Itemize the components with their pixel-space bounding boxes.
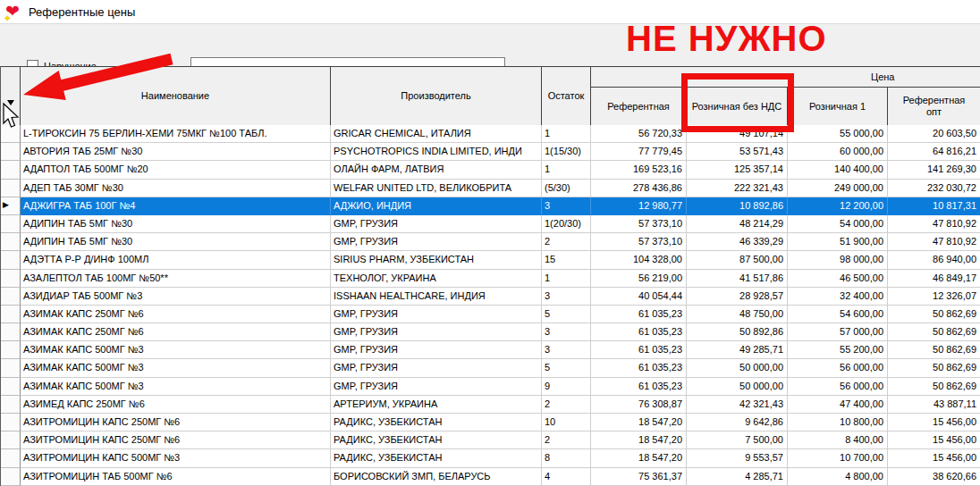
reference-opt-cell: 64 816,21 [888,143,980,161]
manufacturer-cell: WELFAR UNITED LTD, ВЕЛИКОБРИТА [331,180,542,197]
stock-cell: 5 [542,359,591,377]
table-row[interactable]: АЗИТРОМИЦИН КАПС 250МГ №6РАДИКС, УЗБЕКИС… [1,432,980,449]
retail1-cell: 55 000,00 [788,125,888,143]
table-row[interactable]: АЗИМАК КАПС 500МГ №3GMP, ГРУЗИЯ361 035,2… [1,341,980,359]
reference-opt-cell: 38 620,66 [888,468,980,486]
red-highlight-box [681,73,794,132]
table-row[interactable]: АЗИТРОМИЦИН КАПС 500МГ №3РАДИКС, УЗБЕКИС… [1,449,980,467]
stock-cell: 2 [542,432,591,449]
retail-no-vat-cell: 10 892,86 [687,197,788,215]
column-header-manufacturer[interactable]: Производитель [331,67,542,126]
reference-opt-cell: 50 862,69 [888,341,980,359]
retail1-cell: 98 000,00 [788,251,888,269]
manufacturer-cell: GMP, ГРУЗИЯ [331,215,542,233]
stock-cell: 1 [542,270,591,288]
row-indicator [1,414,21,432]
reference-price-cell: 169 523,16 [591,161,687,179]
column-header-reference[interactable]: Референтная [591,88,687,126]
retail-no-vat-cell: 9 642,86 [687,414,788,432]
table-row[interactable]: АДАПТОЛ ТАБ 500МГ №20ОЛАЙН ФАРМ, ЛАТВИЯ1… [1,161,980,179]
table-row[interactable]: АЗАЛЕПТОЛ ТАБ 100МГ №50**ТЕХНОЛОГ, УКРАИ… [1,270,980,288]
reference-price-cell: 40 054,44 [591,288,687,306]
column-header-retail1[interactable]: Розничная 1 [788,88,888,126]
row-indicator [1,143,21,161]
table-row[interactable]: АЗИДИАР ТАБ 500МГ №3ISSHAAN HEALTHCARE, … [1,288,980,306]
row-indicator [1,288,21,306]
app-window: ❤✦ Референтные цены Нарушение Наименован… [0,0,980,486]
stock-cell: 2 [542,233,591,251]
manufacturer-cell: АДЖИО, ИНДИЯ [331,197,542,215]
table-row[interactable]: АЗИМАК КАПС 500МГ №3GMP, ГРУЗИЯ961 035,2… [1,378,980,396]
column-header-stock[interactable]: Остаток [542,67,591,126]
name-cell: АЗИМАК КАПС 250МГ №6 [21,306,331,323]
table-row[interactable]: АВТОРИЯ ТАБ 25МГ №30PSYCHOTROPICS INDIA … [1,143,980,161]
row-indicator [1,449,21,467]
indicator-column-header[interactable] [1,67,21,126]
manufacturer-cell: GMP, ГРУЗИЯ [331,341,542,359]
reference-opt-cell: 15 456,00 [888,449,980,467]
manufacturer-cell: БОРИСОВСКИЙ ЗМП, БЕЛАРУСЬ [331,468,542,486]
table-row-selected[interactable]: ▶АДЖИГРА ТАБ 100Г №4АДЖИО, ИНДИЯ312 980,… [1,197,980,215]
table-row[interactable]: АЗИТРОМИЦИН ТАБ 500МГ №6БОРИСОВСКИЙ ЗМП,… [1,468,980,486]
table-row[interactable]: АДЕП ТАБ 30МГ №30WELFAR UNITED LTD, ВЕЛИ… [1,180,980,197]
reference-price-cell: 18 547,20 [591,432,687,449]
retail-no-vat-cell: 42 321,43 [687,396,788,414]
reference-price-cell: 61 035,23 [591,378,687,396]
reference-price-cell: 56 219,00 [591,270,687,288]
manufacturer-cell: GRICAR CHEMICAL, ИТАЛИЯ [331,125,542,143]
table-row[interactable]: АЗИТРОМИЦИН КАПС 250МГ №6РАДИКС, УЗБЕКИС… [1,414,980,432]
row-indicator [1,468,21,486]
reference-opt-cell: 15 456,00 [888,414,980,432]
manufacturer-cell: РАДИКС, УЗБЕКИСТАН [331,414,542,432]
stock-cell: 3 [542,323,591,341]
manufacturer-cell: ISSHAAN HEALTHCARE, ИНДИЯ [331,288,542,306]
name-cell: АЗИДИАР ТАБ 500МГ №3 [21,288,331,306]
retail-no-vat-cell: 50 000,00 [687,359,788,377]
reference-price-cell: 18 547,20 [591,414,687,432]
chevron-down-icon[interactable] [7,100,14,105]
reference-opt-cell: 141 269,30 [888,161,980,179]
retail-no-vat-cell: 41 517,86 [687,270,788,288]
retail-no-vat-cell: 48 750,00 [687,306,788,323]
name-cell: АЗИМАК КАПС 500МГ №3 [21,341,331,359]
manufacturer-cell: ОЛАЙН ФАРМ, ЛАТВИЯ [331,161,542,179]
row-indicator [1,270,21,288]
reference-opt-cell: 43 887,11 [888,396,980,414]
retail-no-vat-cell: 4 285,71 [687,468,788,486]
stock-cell: 10 [542,414,591,432]
table-row[interactable]: АЗИМАК КАПС 250МГ №6GMP, ГРУЗИЯ361 035,2… [1,323,980,341]
row-indicator [1,378,21,396]
manufacturer-cell: РАДИКС, УЗБЕКИСТАН [331,449,542,467]
retail-no-vat-cell: 28 928,57 [687,288,788,306]
table-row[interactable]: L-ТИРОКСИН 75 БЕРЛИН-ХЕМИ 75МКГ №100 ТАБ… [1,125,980,143]
retail1-cell: 51 900,00 [788,233,888,251]
reference-opt-cell: 50 862,69 [888,323,980,341]
table-row[interactable]: АДЭТТА Р-Р Д/ИНФ 100МЛSIRIUS PHARM, УЗБЕ… [1,251,980,269]
stock-cell: 9 [542,378,591,396]
table-row[interactable]: АЗИМАК КАПС 250МГ №6GMP, ГРУЗИЯ561 035,2… [1,306,980,323]
reference-price-cell: 18 547,20 [591,449,687,467]
not-needed-annotation: НЕ НУЖНО [626,19,827,59]
name-cell: АДЭТТА Р-Р Д/ИНФ 100МЛ [21,251,331,269]
table-row[interactable]: АДИПИН ТАБ 5МГ №30GMP, ГРУЗИЯ257 373,104… [1,233,980,251]
stock-cell: 2 [542,396,591,414]
name-cell: АЗАЛЕПТОЛ ТАБ 100МГ №50** [21,270,331,288]
table-row[interactable]: АДИПИН ТАБ 5МГ №30GMP, ГРУЗИЯ1(20/30)57 … [1,215,980,233]
table-row[interactable]: АЗИМЕД КАПС 250МГ №6АРТЕРИУМ, УКРАИНА276… [1,396,980,414]
retail1-cell: 55 200,00 [788,341,888,359]
column-header-name[interactable]: Наименование [21,67,331,126]
price-group-label: Цена [871,71,894,83]
reference-price-cell: 57 373,10 [591,233,687,251]
retail1-cell: 47 400,00 [788,396,888,414]
name-cell: L-ТИРОКСИН 75 БЕРЛИН-ХЕМИ 75МКГ №100 ТАБ… [21,125,331,143]
manufacturer-cell: GMP, ГРУЗИЯ [331,378,542,396]
row-indicator [1,323,21,341]
name-cell: АЗИМАК КАПС 500МГ №3 [21,359,331,377]
window-title: Референтные цены [29,5,135,19]
column-header-reference-opt[interactable]: Референтная опт [888,88,980,126]
reference-opt-cell: 86 940,00 [888,251,980,269]
retail-no-vat-cell: 49 285,71 [687,341,788,359]
row-indicator [1,341,21,359]
table-row[interactable]: АЗИМАК КАПС 500МГ №3GMP, ГРУЗИЯ561 035,2… [1,359,980,377]
name-cell: АЗИТРОМИЦИН КАПС 250МГ №6 [21,432,331,449]
